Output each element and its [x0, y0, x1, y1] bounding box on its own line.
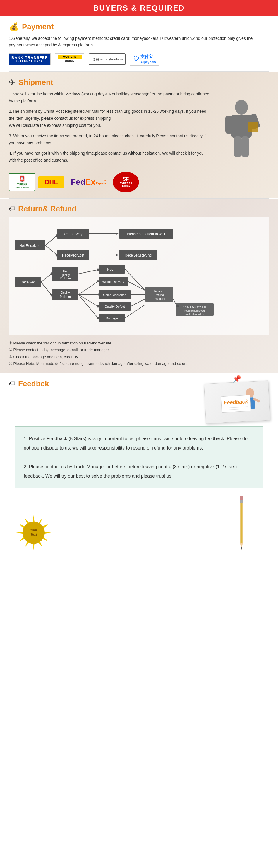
pencil-icon: [237, 494, 246, 553]
pushpin-icon: 📌: [233, 375, 241, 383]
svg-text:could also tell us: could also tell us: [185, 313, 205, 316]
svg-line-63: [131, 299, 145, 306]
svg-text:Problem: Problem: [60, 295, 71, 299]
alipay-logo: 🛡 支付宝Alipay.com: [130, 53, 159, 66]
svg-marker-24: [115, 254, 118, 256]
refund-note-1: ① Please check the tracking in formation…: [9, 340, 269, 346]
svg-text:Quality: Quality: [61, 291, 70, 294]
badge-svg: Your Text: [14, 514, 53, 552]
svg-rect-89: [240, 500, 243, 502]
svg-text:requirements you: requirements you: [184, 309, 205, 312]
svg-text:Color Difference: Color Difference: [103, 293, 126, 297]
svg-text:Not Received: Not Received: [19, 244, 40, 248]
svg-text:Received/Refund: Received/Refund: [125, 253, 151, 257]
feedback-text-1: 1. Positive Feedback (5 Stars) is very i…: [24, 434, 254, 453]
shipment-heading: Shipment: [19, 78, 53, 87]
payment-icon: 💰: [9, 22, 19, 32]
western-union-logo: WESTERN UNION: [55, 53, 84, 65]
svg-text:Problem: Problem: [60, 277, 71, 280]
refund-notes: ① Please check the tracking in formation…: [9, 340, 269, 367]
shipment-text-column: 1. We will sent the items within 2-5days…: [9, 91, 211, 167]
svg-line-11: [45, 236, 57, 245]
feedback-text-2: 2. Please contact us by Trade Manager or…: [24, 462, 254, 481]
svg-text:Not fit: Not fit: [107, 267, 116, 272]
svg-text:Not: Not: [63, 270, 68, 273]
svg-text:On the Way: On the Way: [64, 232, 82, 236]
shipment-section: ✈ Shipment 1. We will sent the items wit…: [0, 72, 278, 198]
feedback-section: 🏷 Feedbck 📌: [0, 373, 278, 562]
svg-line-48: [78, 294, 98, 306]
refund-section: 🏷 Return& Refund Not Received On the Way…: [0, 198, 278, 373]
flowchart-svg: Not Received On the Way Please be patien…: [13, 220, 265, 331]
svg-text:Resend: Resend: [154, 290, 164, 293]
svg-text:Damage: Damage: [106, 316, 118, 320]
svg-rect-88: [240, 496, 243, 500]
delivery-person-icon: [219, 97, 260, 161]
svg-text:Feedback: Feedback: [223, 399, 248, 406]
svg-rect-5: [241, 136, 249, 157]
shipment-image-column: [211, 91, 269, 167]
refund-note-4: ④ Please Note: Men made defects are not …: [9, 360, 269, 367]
svg-text:Quality: Quality: [61, 274, 70, 277]
svg-line-50: [78, 294, 98, 318]
sf-express-logo: SF EXPRESS 顺丰速运: [113, 172, 139, 192]
payment-description: 1.Generally, we accept the following pay…: [9, 35, 269, 48]
payment-logos-row: BANK TRANSFER INTERNATIONAL WESTERN UNIO…: [9, 53, 269, 66]
svg-line-37: [78, 270, 98, 274]
svg-text:Quality Defect: Quality Defect: [104, 305, 125, 308]
svg-marker-91: [241, 547, 242, 550]
shipment-text-4: 4. If you have not got it within the shi…: [9, 150, 211, 164]
svg-text:Text: Text: [30, 533, 37, 536]
svg-rect-2: [225, 116, 233, 133]
svg-rect-41: [52, 289, 78, 301]
svg-point-0: [235, 100, 248, 115]
svg-line-29: [41, 274, 51, 282]
bank-transfer-logo: BANK TRANSFER INTERNATIONAL: [9, 53, 50, 65]
shipment-text-3: 3. When you receive the items you ordere…: [9, 133, 211, 147]
feedback-heading: Feedbck: [18, 379, 49, 388]
feedback-left: 🏷 Feedbck: [9, 379, 205, 392]
svg-rect-4: [234, 136, 241, 157]
fedex-logo: FedEx ® Express: [67, 176, 110, 189]
shipment-text-1: 1. We will sent the items within 2-5days…: [9, 91, 211, 105]
shipment-icon: ✈: [9, 78, 15, 87]
china-post-logo: 📮 中国邮政 CHINA POST: [9, 173, 35, 191]
page-title: BUYERS & REQUIRED: [0, 3, 278, 12]
refund-note-2: ② Please contact us by meesage, e-mail, …: [9, 346, 269, 353]
svg-line-73: [173, 299, 177, 306]
payment-section: 💰 Payment 1.Generally, we accept the fol…: [0, 16, 278, 71]
payment-heading: Payment: [22, 22, 54, 31]
svg-text:Refund: Refund: [154, 293, 164, 297]
shipment-title-row: ✈ Shipment: [9, 78, 269, 87]
refund-diagram: Not Received On the Way Please be patien…: [9, 217, 269, 335]
svg-text:Wrong Delivery: Wrong Delivery: [102, 280, 125, 283]
feedback-content-box: 1. Positive Feedback (5 Stars) is very i…: [14, 426, 264, 489]
refund-note-3: ③ Check the package and Item, carefully.: [9, 353, 269, 360]
svg-line-31: [41, 282, 51, 294]
alipay-icon: 🛡: [133, 56, 139, 62]
feedback-sticky-area: 📌 Feedback: [205, 376, 269, 422]
feedback-title-row: 🏷 Feedbck: [9, 379, 205, 388]
feedback-header-row: 🏷 Feedbck 📌: [9, 379, 269, 422]
svg-line-13: [45, 245, 57, 254]
feedback-icon: 🏷: [9, 380, 15, 388]
dhl-logo: DHL: [38, 176, 64, 188]
svg-marker-18: [115, 232, 118, 235]
feedback-sticky-note: Feedback: [204, 380, 270, 424]
shipment-content: 1. We will sent the items within 2-5days…: [9, 91, 269, 167]
feedback-bottom-row: Your Text: [9, 493, 269, 556]
shipment-text-2: 2.The shipment by China Post Registered …: [9, 108, 211, 129]
svg-text:Your: Your: [30, 528, 37, 532]
svg-text:Discount: Discount: [153, 297, 165, 301]
refund-heading: Return& Refund: [18, 205, 76, 214]
gold-star-badge: Your Text: [14, 514, 53, 553]
svg-text:Received/Lost: Received/Lost: [62, 253, 84, 257]
svg-line-78: [254, 399, 259, 402]
page-header: BUYERS & REQUIRED: [0, 0, 278, 16]
svg-text:Please be patient to wait: Please be patient to wait: [127, 232, 165, 236]
moneybookers-logo: ((( ))) moneybookers: [89, 53, 126, 65]
refund-title-row: 🏷 Return& Refund: [9, 205, 269, 214]
courier-logos-row: 📮 中国邮政 CHINA POST DHL FedEx ® Express SF…: [9, 172, 269, 192]
pencil-area: [53, 494, 264, 553]
svg-line-61: [128, 281, 145, 290]
